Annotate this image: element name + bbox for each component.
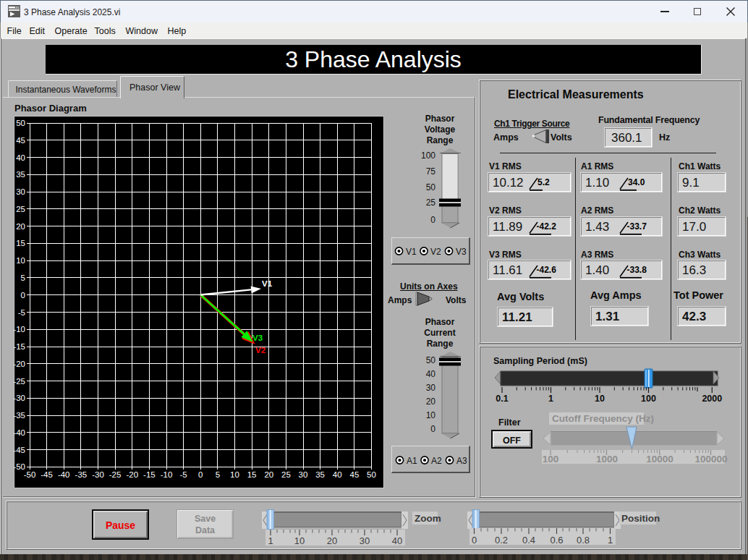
svg-text:-20: -20 [13, 360, 25, 368]
svg-text:-25: -25 [13, 377, 25, 386]
svg-text:15: 15 [247, 470, 257, 479]
svg-text:25: 25 [16, 205, 25, 213]
svg-text:-25: -25 [109, 470, 122, 479]
svg-text:-50: -50 [24, 470, 36, 479]
svg-text:V2: V2 [255, 346, 265, 355]
svg-text:50: 50 [16, 119, 25, 127]
svg-text:40: 40 [333, 470, 342, 479]
svg-text:-40: -40 [13, 428, 25, 437]
svg-text:-45: -45 [13, 446, 25, 454]
svg-text:-45: -45 [41, 470, 53, 479]
svg-text:45: 45 [350, 470, 360, 479]
svg-text:40: 40 [16, 153, 25, 162]
svg-text:-10: -10 [13, 325, 25, 334]
svg-text:50: 50 [367, 470, 376, 479]
svg-text:20: 20 [16, 222, 25, 231]
svg-text:30: 30 [16, 187, 25, 196]
svg-text:V1: V1 [262, 279, 273, 288]
svg-text:-5: -5 [179, 470, 187, 479]
svg-text:V3: V3 [252, 334, 263, 342]
svg-text:-5: -5 [18, 308, 25, 317]
svg-text:25: 25 [281, 470, 291, 479]
svg-text:0: 0 [21, 291, 25, 300]
svg-text:-35: -35 [13, 411, 25, 420]
svg-text:-35: -35 [75, 470, 88, 479]
svg-text:35: 35 [315, 470, 325, 479]
svg-text:-15: -15 [143, 470, 156, 479]
svg-text:5: 5 [21, 273, 25, 282]
svg-text:-30: -30 [92, 470, 104, 479]
svg-text:-20: -20 [126, 470, 138, 479]
svg-text:10: 10 [16, 256, 25, 265]
svg-text:-40: -40 [58, 470, 70, 479]
svg-text:30: 30 [299, 470, 308, 479]
svg-text:-15: -15 [13, 342, 25, 351]
svg-text:15: 15 [16, 239, 25, 247]
svg-text:10: 10 [230, 470, 239, 479]
svg-text:-30: -30 [13, 394, 25, 402]
svg-text:-10: -10 [161, 470, 173, 479]
svg-text:5: 5 [216, 470, 220, 479]
svg-text:20: 20 [264, 470, 273, 479]
svg-text:45: 45 [16, 136, 25, 145]
svg-text:0: 0 [198, 470, 203, 479]
svg-text:35: 35 [16, 170, 25, 179]
